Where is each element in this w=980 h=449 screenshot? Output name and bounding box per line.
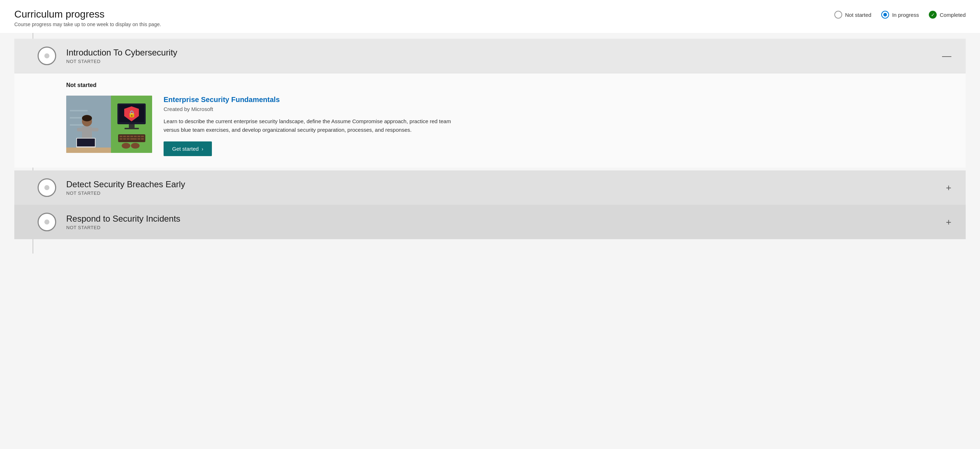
legend-in-progress: In progress	[881, 11, 919, 19]
section-title-detect: Detect Security Breaches Early	[66, 179, 946, 189]
in-progress-label: In progress	[892, 12, 919, 18]
svg-rect-15	[129, 124, 135, 128]
svg-rect-5	[82, 126, 92, 139]
section-node-intro	[38, 46, 56, 65]
svg-rect-32	[141, 138, 144, 140]
section-respond-incidents: Respond to Security Incidents NOT STARTE…	[14, 205, 966, 239]
section-status-respond: NOT STARTED	[66, 225, 946, 230]
section-node-respond	[38, 213, 56, 231]
not-started-icon	[834, 11, 842, 19]
section-detect-breaches: Detect Security Breaches Early NOT START…	[14, 170, 966, 205]
page-header: Curriculum progress Course progress may …	[0, 0, 980, 33]
section-toggle-intro[interactable]: —	[942, 51, 951, 62]
svg-rect-22	[127, 136, 130, 137]
svg-rect-30	[130, 138, 137, 140]
course-creator: Created by Microsoft	[164, 106, 954, 112]
svg-rect-24	[134, 136, 137, 137]
section-expanded-intro: Not started	[14, 73, 966, 167]
svg-rect-1	[70, 110, 88, 111]
node-inner-detect	[45, 185, 49, 190]
section-intro-cybersecurity: Introduction To Cybersecurity NOT STARTE…	[14, 39, 966, 167]
page-title: Curriculum progress	[14, 9, 161, 20]
not-started-label: Not started	[845, 12, 871, 18]
get-started-button[interactable]: Get started ›	[164, 142, 212, 156]
svg-rect-9	[77, 139, 95, 146]
section-header-detect[interactable]: Detect Security Breaches Early NOT START…	[14, 170, 966, 205]
section-header-intro[interactable]: Introduction To Cybersecurity NOT STARTE…	[14, 39, 966, 73]
in-progress-icon	[881, 11, 889, 19]
legend: Not started In progress ✓ Completed	[834, 11, 966, 19]
node-inner-respond	[45, 220, 49, 224]
svg-point-33	[122, 143, 130, 149]
thumb-green-area: 🔒	[111, 96, 152, 153]
svg-rect-25	[137, 136, 140, 137]
course-details: Enterprise Security Fundamentals Created…	[164, 96, 954, 156]
course-card: 🔒	[66, 96, 954, 156]
svg-rect-11	[66, 148, 113, 153]
svg-rect-23	[130, 136, 133, 137]
legend-not-started: Not started	[834, 11, 871, 19]
main-content: Introduction To Cybersecurity NOT STARTE…	[0, 33, 980, 253]
svg-rect-26	[141, 136, 144, 137]
svg-rect-21	[123, 136, 126, 137]
section-toggle-detect[interactable]: +	[946, 182, 951, 193]
course-description: Learn to describe the current enterprise…	[164, 117, 457, 134]
completed-icon: ✓	[929, 11, 937, 19]
section-title-respond: Respond to Security Incidents	[66, 214, 946, 224]
completed-label: Completed	[940, 12, 966, 18]
svg-rect-20	[119, 136, 123, 137]
section-info-intro: Introduction To Cybersecurity NOT STARTE…	[66, 48, 942, 64]
thumb-person-area	[66, 96, 113, 153]
section-title-intro: Introduction To Cybersecurity	[66, 48, 942, 57]
section-info-respond: Respond to Security Incidents NOT STARTE…	[66, 214, 946, 230]
section-node-detect	[38, 178, 56, 197]
svg-rect-27	[119, 138, 123, 140]
svg-rect-7	[92, 128, 99, 131]
page-subtitle: Course progress may take up to one week …	[14, 21, 161, 27]
section-status-detect: NOT STARTED	[66, 191, 946, 196]
svg-rect-31	[137, 138, 140, 140]
legend-completed: ✓ Completed	[929, 11, 966, 19]
svg-point-10	[82, 115, 92, 121]
section-header-respond[interactable]: Respond to Security Incidents NOT STARTE…	[14, 205, 966, 239]
content-status-label: Not started	[66, 82, 954, 88]
section-info-detect: Detect Security Breaches Early NOT START…	[66, 179, 946, 196]
header-left: Curriculum progress Course progress may …	[14, 9, 161, 27]
svg-rect-6	[77, 128, 83, 131]
section-status-intro: NOT STARTED	[66, 59, 942, 64]
node-inner	[45, 53, 49, 58]
svg-point-34	[131, 143, 140, 149]
course-thumbnail: 🔒	[66, 96, 152, 153]
svg-rect-29	[127, 138, 130, 140]
get-started-label: Get started	[172, 146, 199, 152]
svg-rect-28	[123, 138, 126, 140]
svg-rect-16	[124, 128, 139, 129]
svg-text:🔒: 🔒	[127, 110, 136, 118]
get-started-chevron: ›	[202, 146, 203, 152]
course-title-link[interactable]: Enterprise Security Fundamentals	[164, 96, 954, 104]
section-toggle-respond[interactable]: +	[946, 217, 951, 228]
